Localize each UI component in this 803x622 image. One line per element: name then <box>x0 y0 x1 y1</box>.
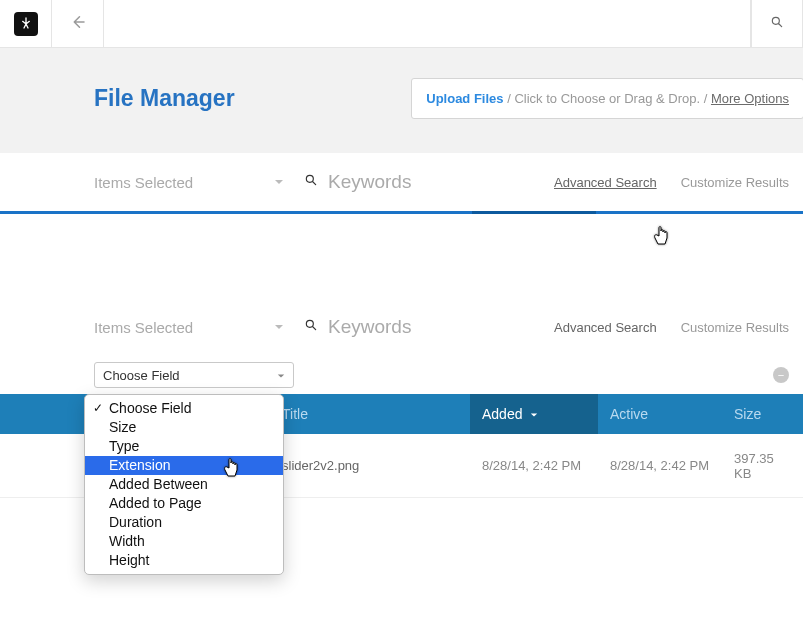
upload-drop-area[interactable]: Upload Files / Click to Choose or Drag &… <box>411 78 803 119</box>
upload-hint-sep2: / <box>704 91 711 106</box>
advanced-field-row: Choose Field − <box>0 356 803 394</box>
filter-bar: Items Selected Advanced Search Customize… <box>0 153 803 211</box>
sort-desc-icon <box>530 406 538 422</box>
dropdown-option-extension[interactable]: Extension <box>85 456 283 475</box>
dropdown-option-width[interactable]: Width <box>85 532 283 551</box>
customize-results-link[interactable]: Customize Results <box>681 320 789 335</box>
app-logo-icon <box>14 12 38 36</box>
items-selected-label: Items Selected <box>94 319 193 336</box>
column-title[interactable]: Title <box>270 394 470 434</box>
svg-point-2 <box>306 320 313 327</box>
column-active[interactable]: Active <box>598 394 722 434</box>
field-dropdown-menu[interactable]: Choose Field Size Type Extension Added B… <box>84 394 284 575</box>
field-select[interactable]: Choose Field <box>94 362 294 388</box>
page-header: File Manager Upload Files / Click to Cho… <box>0 48 803 153</box>
page-title: File Manager <box>94 85 235 112</box>
upload-hint: Click to Choose or Drag & Drop. <box>514 91 700 106</box>
app-logo-cell[interactable] <box>0 0 52 47</box>
row-active: 8/28/14, 2:42 PM <box>598 458 722 473</box>
top-bar-spacer <box>104 0 751 47</box>
dropdown-option-height[interactable]: Height <box>85 551 283 570</box>
chevron-down-icon <box>274 173 284 191</box>
dropdown-option-added-between[interactable]: Added Between <box>85 475 283 494</box>
search-icon <box>770 15 784 33</box>
upload-files-link[interactable]: Upload Files <box>426 91 503 106</box>
keyword-search <box>304 316 554 338</box>
items-selected-dropdown[interactable]: Items Selected <box>94 318 304 336</box>
advanced-search-link[interactable]: Advanced Search <box>554 320 657 335</box>
dropdown-option-size[interactable]: Size <box>85 418 283 437</box>
row-size: 397.35 KB <box>722 451 803 481</box>
advanced-search-link[interactable]: Advanced Search <box>554 175 657 190</box>
minus-icon: − <box>778 370 784 381</box>
svg-point-1 <box>306 175 313 182</box>
search-icon <box>304 173 318 191</box>
svg-point-0 <box>772 17 779 24</box>
arrow-left-icon <box>69 13 87 35</box>
search-icon <box>304 318 318 336</box>
keyword-input[interactable] <box>328 316 488 338</box>
top-bar <box>0 0 803 48</box>
column-added[interactable]: Added <box>470 394 598 434</box>
chevron-down-icon <box>277 368 285 383</box>
items-selected-label: Items Selected <box>94 174 193 191</box>
row-title[interactable]: slider2v2.png <box>270 458 470 473</box>
field-select-value: Choose Field <box>103 368 180 383</box>
global-search-button[interactable] <box>751 0 803 47</box>
keyword-input[interactable] <box>328 171 488 193</box>
keyword-search <box>304 171 554 193</box>
items-selected-dropdown[interactable]: Items Selected <box>94 173 304 191</box>
chevron-down-icon <box>274 318 284 336</box>
remove-filter-button[interactable]: − <box>773 367 789 383</box>
customize-results-link[interactable]: Customize Results <box>681 175 789 190</box>
filter-bar-expanded: Items Selected Advanced Search Customize… <box>0 298 803 356</box>
dropdown-option-choose-field[interactable]: Choose Field <box>85 399 283 418</box>
back-button[interactable] <box>52 0 104 47</box>
dropdown-option-added-to-page[interactable]: Added to Page <box>85 494 283 513</box>
dropdown-option-type[interactable]: Type <box>85 437 283 456</box>
column-size[interactable]: Size <box>722 394 803 434</box>
upload-more-options-link[interactable]: More Options <box>711 91 789 106</box>
row-added: 8/28/14, 2:42 PM <box>470 458 598 473</box>
dropdown-option-duration[interactable]: Duration <box>85 513 283 532</box>
